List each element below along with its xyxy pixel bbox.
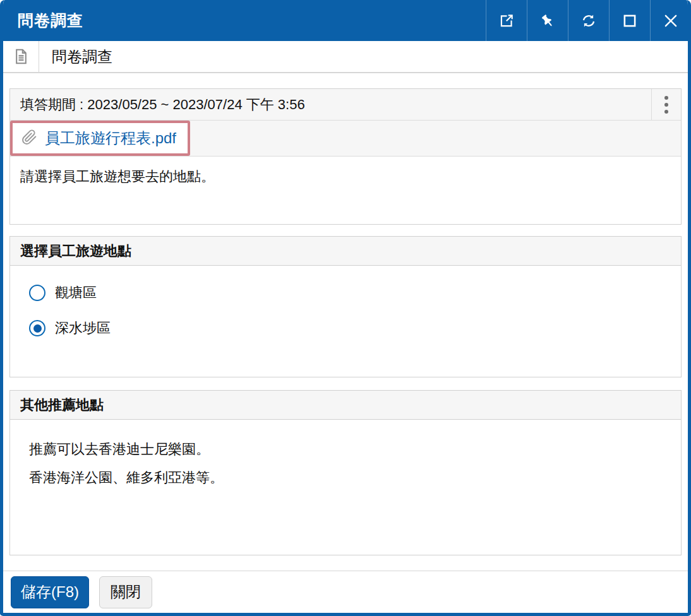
save-button[interactable]: 儲存(F8): [11, 576, 89, 608]
toolbar: 問卷調查: [3, 41, 688, 73]
document-icon: [3, 48, 39, 65]
footer-bar: 儲存(F8) 關閉: [3, 571, 688, 613]
window-title: 問卷調查: [18, 10, 83, 31]
radio-option-sham-shui-po[interactable]: 深水埗區: [29, 319, 671, 338]
answer-period-row: 填答期間 : 2023/05/25 ~ 2023/07/24 下午 3:56: [10, 89, 681, 121]
paperclip-icon: [21, 129, 37, 148]
question-other-title: 其他推薦地點: [10, 391, 681, 420]
refresh-button[interactable]: [568, 0, 609, 41]
radio-selected-icon[interactable]: [29, 320, 45, 336]
maximize-button[interactable]: [609, 0, 650, 41]
question-location-title: 選擇員工旅遊地點: [10, 237, 681, 266]
maximize-icon: [622, 13, 638, 29]
answer-line: 推薦可以去香港迪士尼樂園。: [29, 435, 671, 463]
survey-description-row: 請選擇員工旅遊想要去的地點。: [10, 157, 681, 224]
question-other-section: 其他推薦地點 推薦可以去香港迪士尼樂園。 香港海洋公園、維多利亞港等。: [9, 390, 682, 555]
close-icon: [663, 13, 679, 29]
page-title: 問卷調查: [52, 47, 112, 67]
toolbar-divider: [39, 41, 39, 72]
pin-button[interactable]: [527, 0, 568, 41]
radio-option-label: 深水埗區: [55, 319, 111, 338]
titlebar: 問卷調查: [0, 0, 691, 41]
kebab-menu-icon: [664, 96, 668, 114]
refresh-icon: [580, 13, 597, 29]
pin-icon: [539, 13, 556, 29]
window-controls: [486, 0, 691, 41]
attachment-chip[interactable]: 員工旅遊行程表.pdf: [10, 121, 190, 156]
external-link-icon: [498, 13, 515, 29]
question-location-section: 選擇員工旅遊地點 觀塘區 深水埗區: [9, 236, 682, 377]
survey-info-card: 填答期間 : 2023/05/25 ~ 2023/07/24 下午 3:56 員…: [9, 88, 682, 225]
attachment-row: 員工旅遊行程表.pdf: [10, 121, 681, 157]
survey-window: 問卷調查: [0, 0, 691, 616]
radio-option-label: 觀塘區: [55, 283, 97, 302]
question-other-body[interactable]: 推薦可以去香港迪士尼樂園。 香港海洋公園、維多利亞港等。: [10, 420, 681, 555]
radio-option-kwun-tong[interactable]: 觀塘區: [29, 283, 671, 302]
kebab-menu-button[interactable]: [651, 89, 681, 120]
radio-unselected-icon[interactable]: [29, 285, 45, 301]
survey-description: 請選擇員工旅遊想要去的地點。: [20, 167, 671, 186]
attachment-link[interactable]: 員工旅遊行程表.pdf: [45, 128, 176, 148]
open-external-button[interactable]: [486, 0, 527, 41]
question-location-body: 觀塘區 深水埗區: [10, 266, 681, 377]
close-window-button[interactable]: [650, 0, 691, 41]
answer-period-label: 填答期間 : 2023/05/25 ~ 2023/07/24 下午 3:56: [10, 95, 305, 114]
close-button[interactable]: 關閉: [99, 576, 152, 608]
answer-line: 香港海洋公園、維多利亞港等。: [29, 463, 671, 492]
survey-content: 填答期間 : 2023/05/25 ~ 2023/07/24 下午 3:56 員…: [3, 73, 688, 613]
